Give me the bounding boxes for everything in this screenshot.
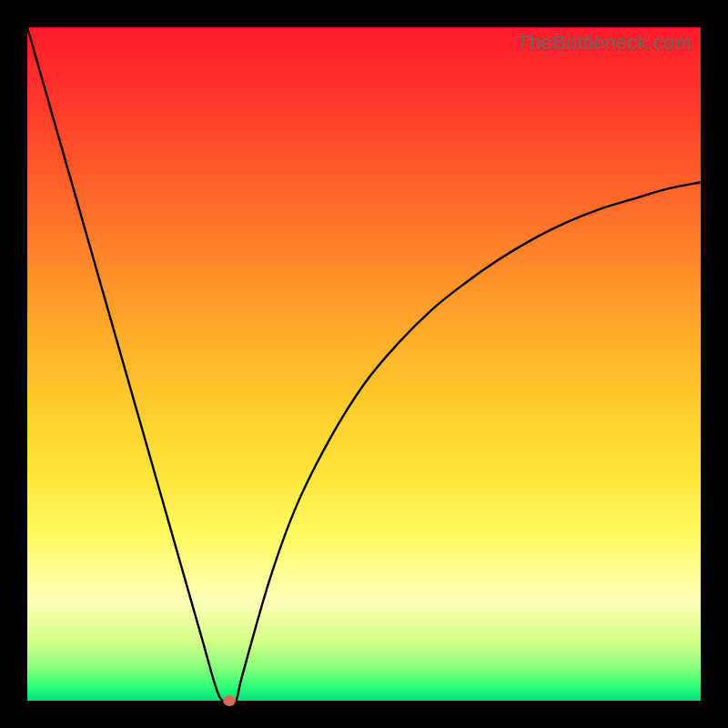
bottleneck-curve <box>27 27 701 701</box>
curve-path <box>27 27 701 703</box>
optimum-marker <box>223 695 236 706</box>
plot-area: TheBottleneck.com <box>27 27 701 701</box>
chart-frame: TheBottleneck.com <box>0 0 728 728</box>
